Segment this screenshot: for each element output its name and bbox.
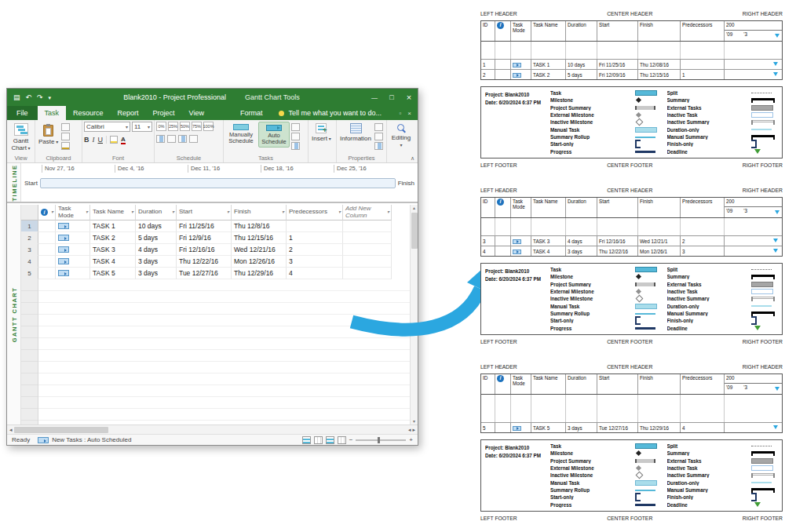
tell-me-box[interactable]: Tell me what you want to do...: [279, 106, 382, 120]
report-view-icon[interactable]: [338, 436, 346, 444]
gantt-chart-view-icon[interactable]: [302, 436, 311, 444]
tab-task[interactable]: Task: [38, 106, 67, 120]
predecessors-cell[interactable]: 3: [287, 256, 343, 268]
info-cell[interactable]: [38, 256, 56, 268]
tab-format[interactable]: Format: [233, 106, 270, 120]
horizontal-scroll-thumb[interactable]: [14, 427, 108, 433]
info-cell[interactable]: [38, 244, 56, 256]
scroll-up-icon[interactable]: [413, 205, 415, 211]
info-cell[interactable]: [38, 268, 56, 279]
task-row[interactable]: 4TASK 43 daysThu 12/22/16Mon 12/26/163: [21, 256, 392, 268]
scroll-down-icon[interactable]: [413, 418, 415, 425]
row-number-cell[interactable]: 1: [21, 220, 38, 232]
zoom-in-icon[interactable]: [409, 436, 413, 443]
duration-cell[interactable]: 10 days: [136, 220, 177, 232]
finish-cell[interactable]: Thu 12/29/16: [232, 268, 287, 279]
timeline-bar[interactable]: [40, 178, 396, 188]
horizontal-scrollbar[interactable]: [7, 425, 418, 434]
information-button[interactable]: Information: [338, 122, 373, 142]
mark-100-percent-button[interactable]: 100%: [203, 122, 214, 131]
row-number-cell[interactable]: 3: [21, 244, 38, 256]
move-task-icon[interactable]: [291, 133, 300, 140]
auto-schedule-button[interactable]: Auto Schedule: [258, 122, 290, 148]
predecessors-cell[interactable]: [287, 220, 343, 232]
add-to-timeline-icon[interactable]: [374, 142, 383, 150]
close-window-icon[interactable]: [407, 110, 411, 117]
task-mode-cell[interactable]: [56, 232, 90, 244]
gantt-side-strip[interactable]: GANTT CHART: [7, 205, 21, 425]
task-usage-view-icon[interactable]: [314, 436, 323, 444]
bold-button[interactable]: B: [84, 136, 89, 144]
inactivate-icon[interactable]: [189, 135, 198, 143]
format-painter-icon[interactable]: [61, 142, 70, 150]
italic-button[interactable]: I: [93, 136, 95, 144]
background-color-button[interactable]: [110, 136, 118, 144]
unlink-tasks-icon[interactable]: [167, 135, 176, 143]
gantt-chart-button[interactable]: Gantt Chart: [9, 122, 33, 151]
mark-75-percent-button[interactable]: 75%: [192, 122, 202, 131]
inspect-task-icon[interactable]: [291, 123, 300, 131]
info-cell[interactable]: [38, 220, 56, 232]
tab-file[interactable]: File: [7, 106, 38, 120]
finish-header[interactable]: Finish: [232, 205, 287, 220]
mark-0-percent-button[interactable]: 0%: [156, 122, 166, 131]
close-button[interactable]: [400, 89, 418, 107]
scroll-left-icon[interactable]: [9, 427, 13, 433]
zoom-out-icon[interactable]: [349, 436, 353, 443]
start-cell[interactable]: Fri 12/16/16: [177, 244, 232, 256]
minimize-button[interactable]: [366, 89, 383, 107]
finish-cell[interactable]: Thu 12/15/16: [232, 232, 287, 244]
add-new-column-header[interactable]: Add New Column: [343, 205, 392, 220]
task-row[interactable]: 2TASK 25 daysFri 12/9/16Thu 12/15/161: [21, 232, 392, 244]
maximize-button[interactable]: [383, 89, 400, 107]
duration-header[interactable]: Duration: [136, 205, 177, 220]
duration-cell[interactable]: 3 days: [136, 256, 177, 268]
mark-25-percent-button[interactable]: 25%: [168, 122, 178, 131]
new-tasks-mode-button[interactable]: New Tasks : Auto Scheduled: [38, 436, 131, 443]
cut-icon[interactable]: [61, 123, 70, 131]
predecessors-cell[interactable]: 1: [287, 232, 343, 244]
predecessors-header[interactable]: Predecessors: [287, 205, 343, 220]
manually-schedule-button[interactable]: Manually Schedule: [225, 122, 257, 146]
undo-icon[interactable]: [26, 94, 32, 101]
font-color-button[interactable]: [121, 136, 126, 144]
start-cell[interactable]: Thu 12/22/16: [177, 256, 232, 268]
duration-cell[interactable]: 5 days: [136, 232, 177, 244]
finish-cell[interactable]: Thu 12/8/16: [232, 220, 287, 232]
start-cell[interactable]: Fri 11/25/16: [177, 220, 232, 232]
notes-icon[interactable]: [374, 123, 383, 131]
tab-view[interactable]: View: [182, 106, 211, 120]
font-name-combo[interactable]: Calibri: [84, 122, 130, 132]
task-mode-icon[interactable]: [291, 142, 300, 150]
task-row[interactable]: 5TASK 53 daysTue 12/27/16Thu 12/29/164: [21, 268, 392, 279]
zoom-slider-thumb[interactable]: [378, 437, 380, 443]
predecessors-cell[interactable]: 2: [287, 244, 343, 256]
restore-window-icon[interactable]: [399, 110, 401, 117]
task-row[interactable]: 1TASK 110 daysFri 11/25/16Thu 12/8/16: [21, 220, 392, 232]
customize-qat-icon[interactable]: [49, 94, 52, 101]
task-mode-header[interactable]: Task Mode: [56, 205, 90, 220]
scroll-right-icon[interactable]: [412, 427, 415, 433]
task-row[interactable]: 3TASK 34 daysFri 12/16/16Wed 12/21/162: [21, 244, 392, 256]
tab-resource[interactable]: Resource: [66, 106, 111, 120]
link-tasks-icon[interactable]: [156, 135, 165, 143]
info-column-header[interactable]: [38, 205, 56, 220]
editing-button[interactable]: Editing: [389, 122, 414, 148]
paste-button[interactable]: Paste: [37, 122, 60, 145]
copy-icon[interactable]: [61, 133, 70, 140]
split-task-icon[interactable]: [178, 135, 187, 143]
task-name-header[interactable]: Task Name: [90, 205, 136, 220]
tab-project[interactable]: Project: [146, 106, 182, 120]
info-cell[interactable]: [38, 232, 56, 244]
redo-icon[interactable]: [37, 94, 43, 101]
details-icon[interactable]: [374, 133, 383, 140]
row-number-cell[interactable]: 5: [21, 268, 38, 279]
collapse-ribbon-icon[interactable]: [411, 155, 414, 162]
team-planner-view-icon[interactable]: [326, 436, 334, 444]
task-name-cell[interactable]: TASK 1: [90, 220, 136, 232]
task-mode-cell[interactable]: [56, 256, 90, 268]
underline-button[interactable]: U: [98, 136, 104, 144]
scroll-left-icon[interactable]: [408, 427, 411, 433]
start-header[interactable]: Start: [177, 205, 232, 220]
task-mode-cell[interactable]: [56, 268, 90, 279]
